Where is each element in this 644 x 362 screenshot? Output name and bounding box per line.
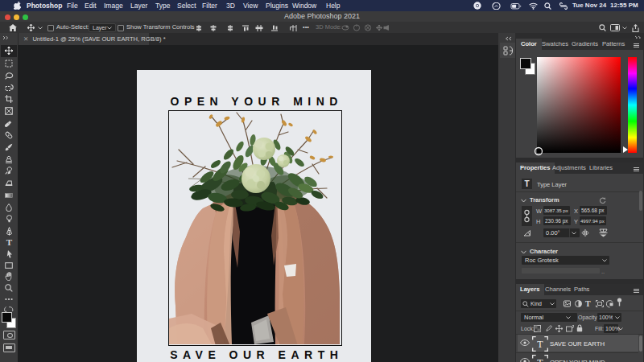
svg-text:T: T (537, 339, 543, 350)
svg-text:T: T (6, 238, 12, 247)
svg-text:T: T (537, 357, 543, 362)
